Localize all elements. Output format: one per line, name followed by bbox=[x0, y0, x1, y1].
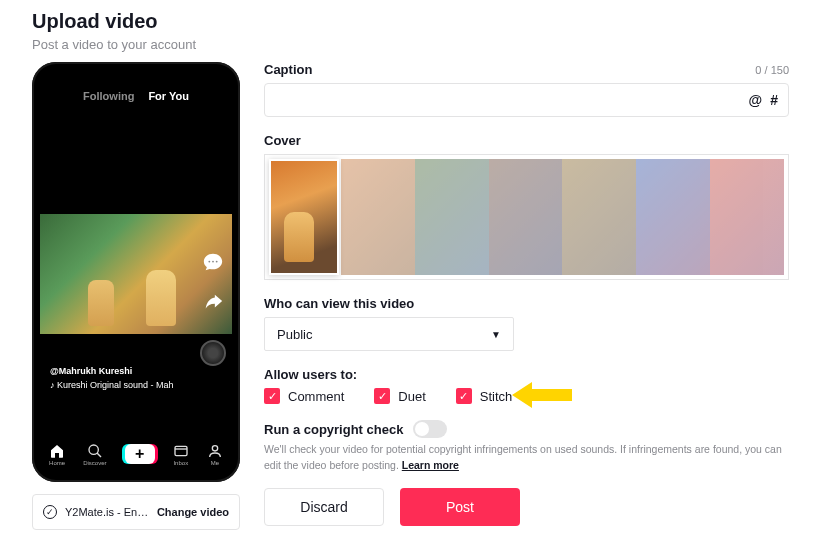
privacy-select[interactable]: Public ▼ bbox=[264, 317, 514, 351]
svg-point-2 bbox=[216, 261, 218, 263]
preview-sound: Kureshi Original sound - Mah bbox=[50, 379, 174, 393]
nav-inbox-icon: Inbox bbox=[173, 443, 189, 466]
check-circle-icon bbox=[43, 505, 57, 519]
share-arrow-icon bbox=[201, 290, 225, 314]
nav-home-icon: Home bbox=[49, 443, 65, 466]
cover-label: Cover bbox=[264, 133, 789, 148]
caption-counter: 0 / 150 bbox=[755, 64, 789, 76]
music-disc-icon bbox=[200, 340, 226, 366]
feed-tab-following[interactable]: Following bbox=[83, 90, 134, 102]
caption-label: Caption 0 / 150 bbox=[264, 62, 789, 77]
checkbox-stitch-label: Stitch bbox=[480, 389, 513, 404]
copyright-description: We'll check your video for potential cop… bbox=[264, 442, 789, 474]
page-header: Upload video Post a video to your accoun… bbox=[32, 10, 789, 52]
page-subtitle: Post a video to your account bbox=[32, 37, 789, 52]
hashtag-icon[interactable]: # bbox=[770, 92, 778, 108]
discard-button[interactable]: Discard bbox=[264, 488, 384, 526]
callout-arrow-icon bbox=[512, 380, 572, 410]
comment-bubble-icon bbox=[201, 250, 225, 274]
svg-point-0 bbox=[208, 261, 210, 263]
nav-create-button: + bbox=[125, 444, 155, 464]
checkbox-comment-label: Comment bbox=[288, 389, 344, 404]
post-button[interactable]: Post bbox=[400, 488, 520, 526]
feed-tab-foryou[interactable]: For You bbox=[148, 90, 189, 102]
phone-preview: Following For You @Mahrukh Kureshi Kures… bbox=[32, 62, 240, 482]
caption-input[interactable] bbox=[275, 93, 741, 108]
chevron-down-icon: ▼ bbox=[491, 329, 501, 340]
page-title: Upload video bbox=[32, 10, 789, 33]
svg-line-4 bbox=[97, 453, 101, 457]
svg-point-3 bbox=[89, 445, 98, 454]
mention-icon[interactable]: @ bbox=[749, 92, 763, 108]
cover-selector[interactable] bbox=[264, 154, 789, 280]
copyright-label: Run a copyright check bbox=[264, 422, 403, 437]
checkbox-stitch[interactable]: ✓ bbox=[456, 388, 472, 404]
privacy-selected-value: Public bbox=[277, 327, 312, 342]
change-video-link[interactable]: Change video bbox=[157, 506, 229, 518]
file-name: Y2Mate.is - Encanto bu... bbox=[65, 506, 149, 518]
learn-more-link[interactable]: Learn more bbox=[402, 459, 459, 471]
file-row: Y2Mate.is - Encanto bu... Change video bbox=[32, 494, 240, 530]
svg-marker-7 bbox=[512, 382, 572, 408]
svg-rect-5 bbox=[175, 446, 187, 455]
copyright-toggle[interactable] bbox=[413, 420, 447, 438]
svg-point-1 bbox=[212, 261, 214, 263]
svg-point-6 bbox=[212, 445, 217, 450]
checkbox-duet-label: Duet bbox=[398, 389, 425, 404]
preview-username: @Mahrukh Kureshi bbox=[50, 365, 174, 379]
nav-me-icon: Me bbox=[207, 443, 223, 466]
nav-discover-icon: Discover bbox=[83, 443, 106, 466]
checkbox-duet[interactable]: ✓ bbox=[374, 388, 390, 404]
checkbox-comment[interactable]: ✓ bbox=[264, 388, 280, 404]
privacy-label: Who can view this video bbox=[264, 296, 789, 311]
allow-label: Allow users to: bbox=[264, 367, 789, 382]
cover-selected-frame[interactable] bbox=[269, 159, 339, 275]
cover-filmstrip[interactable] bbox=[341, 159, 784, 275]
